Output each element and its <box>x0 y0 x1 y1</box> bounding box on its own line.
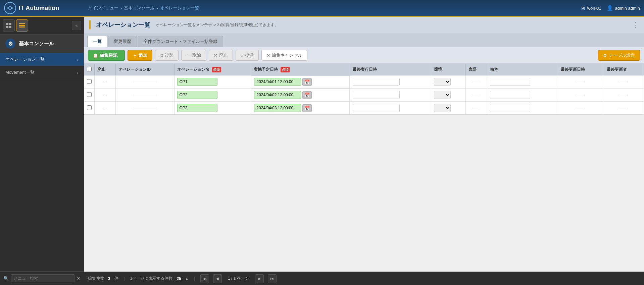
confirm-button[interactable]: 📋 編集確認 <box>88 50 125 61</box>
row3-calendar-btn[interactable]: 📅 <box>302 104 312 112</box>
cancel-button[interactable]: ✕ 編集キャンセル <box>261 50 307 61</box>
tab-history[interactable]: 変更履歴 <box>108 36 137 47</box>
col-last-update: 最終更新日時 <box>558 64 604 75</box>
search-input[interactable] <box>11 274 75 282</box>
row1-scheduled-input[interactable] <box>254 78 301 86</box>
row2-op-name-cell <box>174 89 251 102</box>
row3-env-select[interactable] <box>434 104 451 112</box>
module-name: 基本コンソール <box>19 41 54 47</box>
sidebar-item-operations[interactable]: オペレーション一覧 › <box>0 53 84 66</box>
workspace-name: work01 <box>587 6 601 11</box>
breadcrumb-current: オペレーション一覧 <box>160 5 199 11</box>
page-title: オペレーション一覧 <box>96 21 150 29</box>
col-scheduled: 実施予定日時 必須 <box>251 64 350 75</box>
row2-scheduled-input[interactable] <box>254 91 301 99</box>
edit-count-label: 編集件数 <box>88 276 104 281</box>
page-header-bar <box>89 20 91 30</box>
delete-button[interactable]: — 削除 <box>181 50 206 61</box>
row2-last-exec-input[interactable] <box>353 91 400 99</box>
row2-env-cell <box>431 89 466 102</box>
breadcrumb-sep1: › <box>120 6 122 11</box>
next-page-btn[interactable]: ▶ <box>255 274 264 283</box>
footer: 編集件数 3 件 | 1ページに表示する件数 25 ▲ | ⏮ ◀ 1 / 1 … <box>84 272 644 285</box>
user-icon: 👤 <box>607 5 613 11</box>
row3-op-name-input[interactable] <box>177 104 217 112</box>
row1-checkbox[interactable] <box>87 79 92 84</box>
col-last-updater: 最終更新者 <box>604 64 644 75</box>
svg-rect-6 <box>19 23 25 24</box>
row2-note-input[interactable] <box>490 91 530 99</box>
row1-env-select[interactable] <box>434 78 451 86</box>
row1-calendar-btn[interactable]: 📅 <box>302 78 312 86</box>
page-current: 1 <box>228 276 230 281</box>
logo-icon <box>4 2 16 14</box>
table-settings-button[interactable]: ⚙ テーブル設定 <box>598 50 640 61</box>
row2-checkbox-cell <box>84 89 95 102</box>
confirm-label: 編集確認 <box>100 52 117 58</box>
table-area: 廃止 オペレーションID オペレーション名 必須 実施予定日時 必須 最終実行日… <box>84 64 644 272</box>
add-label: 追加 <box>139 52 147 58</box>
monitor-icon: 🖥 <box>580 5 585 11</box>
breadcrumb-sep2: › <box>156 6 158 11</box>
col-note: 備考 <box>487 64 558 75</box>
breadcrumb-main: メインメニュー <box>88 5 118 11</box>
col-op-id: オペレーションID <box>116 64 174 75</box>
delete-label: 削除 <box>192 52 201 58</box>
add-button[interactable]: ＋ 追加 <box>128 50 152 61</box>
operations-table: 廃止 オペレーションID オペレーション名 必須 実施予定日時 必須 最終実行日… <box>84 64 644 115</box>
sidebar-list-btn[interactable] <box>16 19 28 32</box>
per-page-value: 25 <box>177 276 181 281</box>
row1-note-input[interactable] <box>490 78 530 86</box>
row2-checkbox[interactable] <box>87 92 92 97</box>
row3-checkbox[interactable] <box>87 105 92 110</box>
row1-last-exec-input[interactable] <box>353 78 400 86</box>
row1-op-name-input[interactable] <box>177 78 217 86</box>
row2-calendar-btn[interactable]: 📅 <box>302 91 312 99</box>
copy-button[interactable]: ⧉ 複製 <box>155 50 179 61</box>
list-icon <box>19 23 25 28</box>
sidebar-grid-btn[interactable] <box>3 19 15 32</box>
table-row: — —————— 📅 <box>84 75 644 89</box>
svg-rect-7 <box>19 25 25 26</box>
row2-op-name-input[interactable] <box>177 91 217 99</box>
cancel-icon: ✕ <box>266 53 270 58</box>
grid-icon <box>6 22 12 28</box>
search-clear-btn[interactable]: ✕ <box>77 276 81 281</box>
select-all-checkbox[interactable] <box>87 67 92 71</box>
disable-button[interactable]: ✕ 廃止 <box>209 50 233 61</box>
row1-lang: —— <box>466 75 487 89</box>
sidebar-item-movements[interactable]: Movement一覧 › <box>0 66 84 79</box>
sidebar-collapse-btn[interactable]: « <box>72 21 81 30</box>
row3-note-input[interactable] <box>490 104 530 112</box>
row1-scheduled-cell: 📅 <box>251 75 350 88</box>
row2-env-select[interactable] <box>434 91 451 99</box>
row1-op-name-cell <box>174 75 251 89</box>
tab-download[interactable]: 全件ダウンロード・ファイル一括登録 <box>138 36 223 47</box>
row1-note-cell <box>487 75 558 89</box>
row3-scheduled-cell: 📅 <box>251 102 350 114</box>
row1-env-cell <box>431 75 466 89</box>
row1-disable: — <box>95 75 116 89</box>
user-name: admin admin <box>615 6 640 11</box>
first-page-btn[interactable]: ⏮ <box>200 274 209 283</box>
search-icon: 🔍 <box>3 276 9 281</box>
row2-lang: —— <box>466 89 487 102</box>
row3-last-update: —— <box>558 102 604 115</box>
tab-list[interactable]: 一覧 <box>87 36 107 47</box>
last-page-btn[interactable]: ⏭ <box>268 274 277 283</box>
row3-op-id: —————— <box>116 102 174 115</box>
row1-op-id: —————— <box>116 75 174 89</box>
prev-page-btn[interactable]: ◀ <box>213 274 222 283</box>
per-page-arrow[interactable]: ▲ <box>185 277 189 280</box>
edit-count: 3 <box>108 276 110 281</box>
page-desc: オペレーション一覧をメンテナンス(閲覧/登録/更新/廃止)できます。 <box>156 22 279 28</box>
table-row: — —————— 📅 <box>84 89 644 102</box>
row1-checkbox-cell <box>84 75 95 89</box>
page-more-btn[interactable]: ⋮ <box>633 21 639 28</box>
sidebar-search: 🔍 ✕ <box>0 271 84 285</box>
restore-button[interactable]: ○ 復活 <box>236 50 259 61</box>
row3-scheduled-input[interactable] <box>254 104 301 112</box>
row3-last-updater: —— <box>604 102 644 115</box>
row3-last-exec-input[interactable] <box>353 104 400 112</box>
user-info: 👤 admin admin <box>607 5 640 11</box>
